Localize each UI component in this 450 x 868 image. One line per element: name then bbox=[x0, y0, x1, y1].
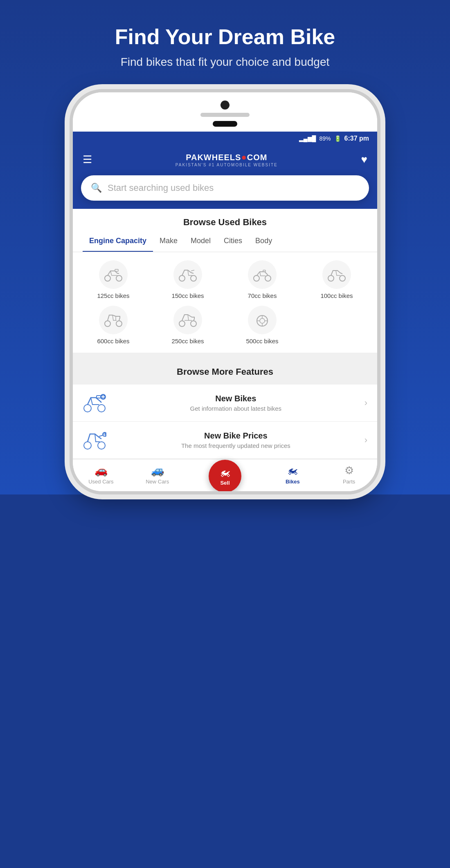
nav-parts-label: Parts bbox=[343, 479, 355, 485]
new-bike-prices-chevron-icon: › bbox=[364, 435, 367, 445]
logo-tagline: PAKISTAN'S #1 AUTOMOBILE WEBSITE bbox=[176, 163, 278, 167]
nav-bikes-label: Bikes bbox=[286, 479, 300, 485]
bike-item-150cc[interactable]: 150cc bikes bbox=[154, 260, 222, 299]
battery-status: 89% bbox=[320, 135, 331, 142]
bike-label-70cc: 70cc bikes bbox=[248, 292, 277, 299]
phone-camera bbox=[220, 101, 230, 110]
nav-new-cars-label: New Cars bbox=[146, 479, 169, 485]
bike-label-500cc: 500cc bikes bbox=[246, 338, 278, 345]
tab-body[interactable]: Body bbox=[249, 231, 279, 252]
bottom-nav: 🚗 Used Cars 🚙 New Cars 🏍 Sell 🏍 Bikes bbox=[73, 459, 377, 491]
bike-label-125cc: 125cc bikes bbox=[97, 292, 129, 299]
new-bikes-icon bbox=[83, 393, 107, 413]
battery-icon: 🔋 bbox=[334, 135, 341, 142]
new-bikes-chevron-icon: › bbox=[364, 398, 367, 408]
bike-icon-250cc bbox=[173, 306, 202, 334]
svg-point-26 bbox=[84, 442, 91, 449]
bike-item-500cc[interactable]: 500cc bikes bbox=[228, 306, 296, 345]
bike-label-600cc: 600cc bikes bbox=[97, 338, 129, 345]
search-bar[interactable]: 🔍 Start searching used bikes bbox=[81, 175, 369, 201]
browse-section-title: Browse Used Bikes bbox=[73, 209, 377, 231]
feature-new-bikes-text: New Bikes Get information about latest b… bbox=[115, 394, 356, 412]
content-area: Browse Used Bikes Engine Capacity Make M… bbox=[73, 209, 377, 459]
bike-label-250cc: 250cc bikes bbox=[171, 338, 204, 345]
search-icon: 🔍 bbox=[91, 183, 102, 193]
feature-item-new-bikes[interactable]: New Bikes Get information about latest b… bbox=[73, 385, 377, 422]
svg-point-6 bbox=[265, 275, 271, 281]
svg-point-15 bbox=[260, 318, 265, 323]
sell-icon: 🏍 bbox=[220, 466, 230, 479]
svg-point-8 bbox=[328, 275, 334, 281]
svg-point-13 bbox=[191, 321, 196, 327]
favorites-icon[interactable]: ♥ bbox=[361, 153, 367, 166]
svg-point-9 bbox=[340, 275, 345, 281]
svg-point-10 bbox=[105, 321, 110, 327]
svg-point-20 bbox=[84, 405, 91, 412]
features-section: Browse More Features bbox=[73, 359, 377, 459]
svg-text:$: $ bbox=[104, 433, 106, 437]
bike-icon-500cc bbox=[248, 306, 277, 334]
svg-rect-7 bbox=[263, 270, 266, 272]
sell-button[interactable]: 🏍 Sell bbox=[209, 460, 241, 491]
phone-side-right bbox=[380, 166, 380, 199]
parts-icon: ⚙ bbox=[344, 464, 354, 477]
status-bar: ▂▄▆█ 89% 🔋 6:37 pm bbox=[73, 132, 377, 145]
phone-side-left bbox=[70, 174, 70, 199]
bike-item-70cc[interactable]: 70cc bikes bbox=[228, 260, 296, 299]
tab-cities[interactable]: Cities bbox=[217, 231, 249, 252]
svg-rect-22 bbox=[97, 396, 101, 398]
tab-model[interactable]: Model bbox=[184, 231, 217, 252]
bike-icon-150cc bbox=[173, 260, 202, 289]
signal-icon: ▂▄▆█ bbox=[299, 135, 316, 142]
hamburger-icon[interactable]: ☰ bbox=[83, 153, 92, 166]
feature-item-new-bike-prices[interactable]: $ New Bike Prices The most frequently up… bbox=[73, 422, 377, 459]
bike-item-250cc[interactable]: 250cc bikes bbox=[154, 306, 222, 345]
phone-top bbox=[73, 92, 377, 132]
bike-icon-125cc bbox=[99, 260, 128, 289]
feature-new-bikes-desc: Get information about latest bikes bbox=[115, 405, 356, 412]
new-bike-prices-icon: $ bbox=[83, 430, 107, 450]
hero-subtitle: Find bikes that fit your choice and budg… bbox=[8, 56, 442, 69]
bike-grid: 125cc bikes bbox=[73, 252, 377, 353]
svg-point-3 bbox=[179, 275, 185, 281]
hero-section: Find Your Dream Bike Find bikes that fit… bbox=[0, 0, 450, 494]
phone-mockup: ▂▄▆█ 89% 🔋 6:37 pm ☰ PAKWHEELS●COM PAKIS… bbox=[70, 89, 380, 494]
search-container: 🔍 Start searching used bikes bbox=[73, 175, 377, 209]
bike-item-125cc[interactable]: 125cc bikes bbox=[79, 260, 147, 299]
svg-point-5 bbox=[254, 275, 259, 281]
pakwheels-logo: PAKWHEELS●COM PAKISTAN'S #1 AUTOMOBILE W… bbox=[176, 152, 278, 167]
sell-label: Sell bbox=[220, 480, 230, 486]
nav-parts[interactable]: ⚙ Parts bbox=[321, 464, 377, 485]
nav-bikes[interactable]: 🏍 Bikes bbox=[264, 464, 321, 485]
browse-tabs: Engine Capacity Make Model Cities Body bbox=[73, 231, 377, 252]
tab-make[interactable]: Make bbox=[153, 231, 184, 252]
feature-new-bike-prices-title: New Bike Prices bbox=[115, 431, 356, 441]
features-section-title: Browse More Features bbox=[73, 359, 377, 385]
nav-used-cars[interactable]: 🚗 Used Cars bbox=[73, 464, 129, 485]
phone-pill bbox=[213, 121, 237, 127]
svg-point-4 bbox=[191, 275, 196, 281]
phone-speaker bbox=[200, 113, 250, 117]
svg-point-0 bbox=[105, 275, 110, 281]
used-cars-icon: 🚗 bbox=[94, 464, 108, 477]
tab-engine-capacity[interactable]: Engine Capacity bbox=[83, 231, 153, 252]
svg-point-11 bbox=[116, 321, 122, 327]
bike-label-100cc: 100cc bikes bbox=[320, 292, 353, 299]
new-cars-icon: 🚙 bbox=[151, 464, 164, 477]
bike-item-100cc[interactable]: 100cc bikes bbox=[303, 260, 371, 299]
svg-rect-2 bbox=[115, 269, 118, 271]
search-input[interactable]: Start searching used bikes bbox=[108, 183, 214, 193]
svg-point-1 bbox=[116, 275, 122, 281]
feature-new-bikes-title: New Bikes bbox=[115, 394, 356, 403]
nav-new-cars[interactable]: 🚙 New Cars bbox=[129, 464, 186, 485]
svg-point-21 bbox=[98, 405, 105, 412]
bike-item-600cc[interactable]: 600cc bikes bbox=[79, 306, 147, 345]
browse-used-bikes-section: Browse Used Bikes Engine Capacity Make M… bbox=[73, 209, 377, 353]
bike-icon-70cc bbox=[248, 260, 277, 289]
feature-new-bike-prices-text: New Bike Prices The most frequently upda… bbox=[115, 431, 356, 449]
hero-title: Find Your Dream Bike bbox=[8, 25, 442, 49]
feature-new-bike-prices-desc: The most frequently updated new prices bbox=[115, 442, 356, 449]
svg-point-27 bbox=[98, 442, 105, 449]
bike-icon-100cc bbox=[322, 260, 351, 289]
app-header: ☰ PAKWHEELS●COM PAKISTAN'S #1 AUTOMOBILE… bbox=[73, 145, 377, 175]
